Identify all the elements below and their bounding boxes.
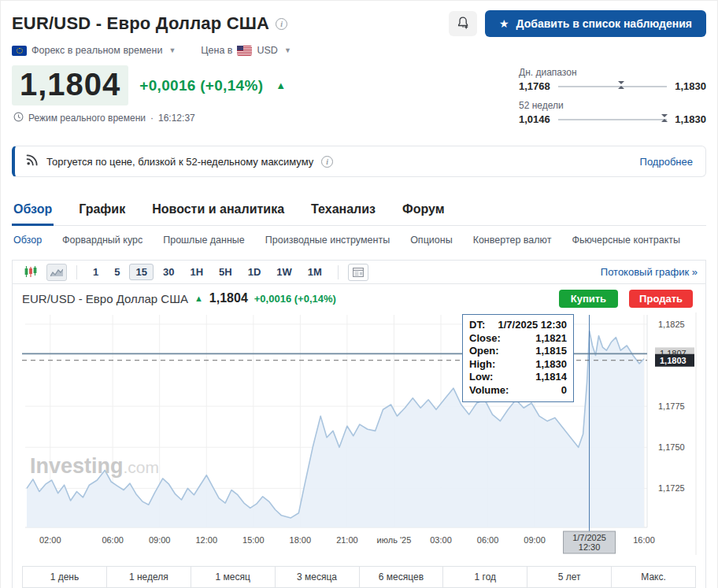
range-button-4[interactable]: 6 месяцев xyxy=(360,567,444,587)
ranges-panel: Дн. диапазон 1,1768 1,1830 52 недели 1,0… xyxy=(519,65,706,133)
page: EUR/USD - Евро Доллар США i ★ Добавить в… xyxy=(0,0,718,588)
sub-tab-3[interactable]: Производные инструменты xyxy=(265,235,390,246)
interval-15[interactable]: 15 xyxy=(129,264,153,280)
add-watchlist-label: Добавить в список наблюдения xyxy=(516,17,692,30)
sub-tab-5[interactable]: Конвертер валют xyxy=(473,235,552,246)
svg-text:06:00: 06:00 xyxy=(102,535,124,545)
week52-range-label: 52 недели xyxy=(519,100,706,111)
trade-buttons: Купить Продать xyxy=(559,290,693,308)
chart-body: EUR/USD - Евро Доллар США ▲ 1,1804 +0,00… xyxy=(13,284,705,558)
main-tab-0[interactable]: Обзор xyxy=(12,196,54,225)
tooltip-row: DT:1/7/2025 12:30 xyxy=(469,319,567,332)
us-flag-icon xyxy=(237,46,252,56)
range-button-3[interactable]: 3 месяца xyxy=(276,567,360,587)
main-tab-2[interactable]: Новости и аналитика xyxy=(150,196,286,225)
ohlc-tooltip: DT:1/7/2025 12:30Close:1,1821Open:1,1815… xyxy=(462,314,574,402)
svg-text:1,1825: 1,1825 xyxy=(658,320,685,329)
realtime-status: Режим реального времени xyxy=(28,113,146,124)
last-price: 1,1804 xyxy=(12,65,128,105)
week52-high: 1,1830 xyxy=(675,113,706,125)
sub-tabs: ОбзорФорвардный курсПрошлые данныеПроизв… xyxy=(12,226,706,255)
buy-button[interactable]: Купить xyxy=(559,290,618,308)
chart-price-change: +0,0016 (+0,14%) xyxy=(254,293,336,305)
interval-30[interactable]: 30 xyxy=(157,264,180,280)
day-range-low: 1,1768 xyxy=(519,80,550,92)
svg-text:16:00: 16:00 xyxy=(633,535,655,545)
quote-time: 16:12:37 xyxy=(158,113,195,124)
candlestick-chart-icon[interactable] xyxy=(20,264,41,281)
svg-text:1,1725: 1,1725 xyxy=(658,483,685,493)
alert-bell-button[interactable] xyxy=(449,11,477,36)
range-button-2[interactable]: 1 месяц xyxy=(191,567,276,587)
sub-tab-2[interactable]: Прошлые данные xyxy=(163,235,245,246)
day-range-row: 1,1768 1,1830 xyxy=(519,80,706,92)
sell-button[interactable]: Продать xyxy=(629,290,693,308)
svg-text:1,1803: 1,1803 xyxy=(660,356,687,365)
add-watchlist-button[interactable]: ★ Добавить в список наблюдения xyxy=(485,10,706,37)
tooltip-row: Volume:0 xyxy=(469,384,567,398)
currency-code[interactable]: USD xyxy=(257,45,277,56)
svg-text:июль '25: июль '25 xyxy=(377,535,412,545)
alert-banner: Торгуется по цене, близкой к 52-недельно… xyxy=(12,146,706,177)
tooltip-row: Low:1,1814 xyxy=(469,371,567,384)
chevron-down-icon[interactable]: ▼ xyxy=(168,46,176,54)
divider xyxy=(338,265,339,279)
main-tab-3[interactable]: Теханализ xyxy=(309,196,377,225)
dot-sep: · xyxy=(150,113,154,124)
info-icon[interactable]: i xyxy=(276,18,287,30)
interval-1H[interactable]: 1H xyxy=(183,264,209,280)
range-button-6[interactable]: 5 лет xyxy=(527,567,612,587)
interval-1D[interactable]: 1D xyxy=(242,264,268,280)
sub-tab-1[interactable]: Форвардный курс xyxy=(62,235,142,246)
week52-range-row: 1,0146 1,1830 xyxy=(519,113,706,125)
header: EUR/USD - Евро Доллар США i ★ Добавить в… xyxy=(12,10,706,37)
range-button-7[interactable]: Макс. xyxy=(612,567,695,587)
svg-text:12:00: 12:00 xyxy=(195,535,217,545)
week52-low: 1,0146 xyxy=(519,113,550,125)
price-change: +0,0016 (+0,14%) xyxy=(139,77,263,94)
events-calendar-icon[interactable] xyxy=(348,264,368,281)
svg-text:1/7/2025: 1/7/2025 xyxy=(572,533,606,542)
up-arrow-icon: ▲ xyxy=(194,294,203,303)
chart-instrument-title: EUR/USD - Евро Доллар США xyxy=(22,292,188,305)
info-icon[interactable]: i xyxy=(321,156,333,168)
range-button-0[interactable]: 1 день xyxy=(23,567,107,587)
details-link[interactable]: Подробнее xyxy=(640,156,693,168)
svg-text:1,1775: 1,1775 xyxy=(658,401,685,411)
interval-1M[interactable]: 1M xyxy=(302,264,328,280)
svg-text:21:00: 21:00 xyxy=(336,535,358,545)
main-tab-4[interactable]: Форум xyxy=(401,196,446,225)
interval-1[interactable]: 1 xyxy=(87,264,105,280)
interval-5H[interactable]: 5H xyxy=(213,264,239,280)
market-type-label[interactable]: Форекс в реальном времени xyxy=(31,45,162,56)
main-tabs: ОбзорГрафикНовости и аналитикаТеханализФ… xyxy=(12,196,706,226)
sub-tab-0[interactable]: Обзор xyxy=(13,235,42,246)
instrument-meta-row: Форекс в реальном времени ▼ Цена в USD ▼ xyxy=(12,45,706,56)
divider xyxy=(76,265,77,279)
svg-text:15:00: 15:00 xyxy=(242,535,265,545)
week52-track xyxy=(558,119,667,120)
main-tab-1[interactable]: График xyxy=(77,196,127,225)
area-chart-icon[interactable] xyxy=(46,264,67,281)
sub-tab-6[interactable]: Фьючерсные контракты xyxy=(572,235,680,246)
interval-1W[interactable]: 1W xyxy=(270,264,298,280)
signal-icon xyxy=(26,153,39,169)
svg-text:1,1750: 1,1750 xyxy=(658,442,685,452)
streaming-chart-link[interactable]: Потоковый график » xyxy=(601,266,698,278)
range-button-5[interactable]: 1 год xyxy=(443,567,527,587)
star-icon: ★ xyxy=(499,18,509,29)
day-range-label: Дн. диапазон xyxy=(519,67,706,78)
tooltip-row: Open:1,1815 xyxy=(469,345,567,358)
svg-text:12:30: 12:30 xyxy=(579,542,601,552)
range-button-1[interactable]: 1 неделя xyxy=(107,567,191,587)
svg-text:03:00: 03:00 xyxy=(430,535,452,545)
svg-text:06:00: 06:00 xyxy=(477,535,499,545)
chevron-down-icon[interactable]: ▼ xyxy=(284,46,291,54)
clock-icon xyxy=(13,112,24,124)
sub-tab-4[interactable]: Опционы xyxy=(410,235,452,246)
price-chart-plot[interactable]: 1/7/202512:301,18251,17751,17501,17251,1… xyxy=(13,312,707,555)
interval-5[interactable]: 5 xyxy=(108,264,126,280)
interval-group: 1515301H5H1D1W1M xyxy=(87,264,328,280)
svg-text:02:00: 02:00 xyxy=(39,535,61,545)
bell-plus-icon xyxy=(457,16,470,31)
